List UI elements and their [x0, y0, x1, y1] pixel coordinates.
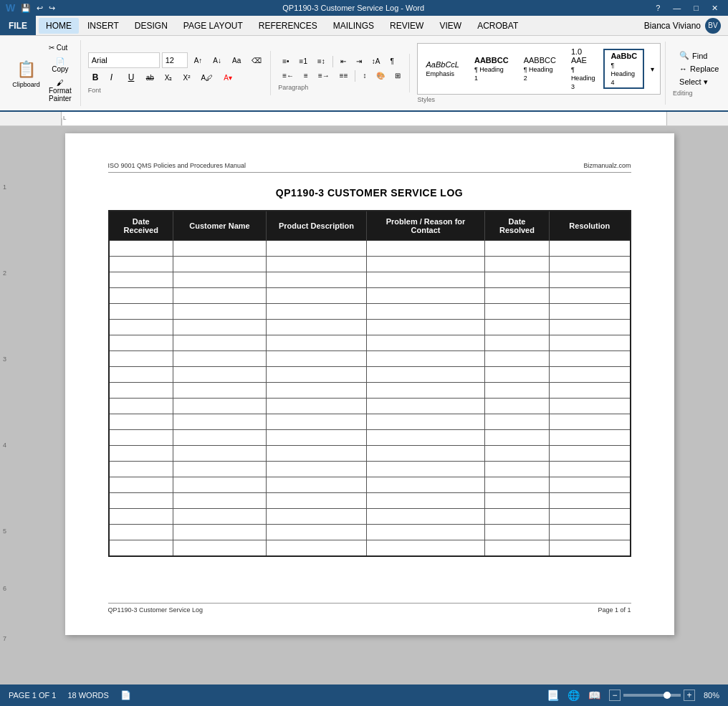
table-cell[interactable]	[367, 272, 485, 288]
text-highlight-button[interactable]: A🖊	[196, 72, 217, 84]
table-cell[interactable]	[367, 462, 485, 477]
style-heading2[interactable]: AABBCC¶ Heading 2	[517, 54, 562, 84]
table-cell[interactable]	[109, 304, 173, 320]
align-center-button[interactable]: ≡	[300, 70, 312, 82]
quick-access-save[interactable]: 💾	[21, 4, 31, 13]
borders-button[interactable]: ⊞	[391, 70, 405, 82]
increase-font-button[interactable]: A↑	[190, 54, 207, 67]
style-heading4[interactable]: AaBbC¶ Heading 4	[603, 49, 644, 89]
table-cell[interactable]	[109, 257, 173, 272]
table-cell[interactable]	[550, 383, 631, 399]
subscript-button[interactable]: X₂	[161, 72, 177, 84]
shading-button[interactable]: 🎨	[372, 70, 389, 82]
close-button[interactable]: ✕	[707, 4, 722, 13]
find-button[interactable]: 🔍 Find	[673, 49, 725, 62]
table-cell[interactable]	[267, 351, 367, 367]
replace-button[interactable]: ↔ Replace	[673, 63, 725, 75]
increase-indent-button[interactable]: ⇥	[352, 55, 366, 67]
zoom-out-button[interactable]: −	[609, 690, 621, 701]
layout-icon[interactable]: 📄	[120, 690, 131, 700]
menu-view[interactable]: VIEW	[432, 18, 469, 34]
sort-button[interactable]: ↕A	[368, 55, 385, 67]
table-cell[interactable]	[485, 540, 550, 556]
table-cell[interactable]	[485, 257, 550, 272]
table-cell[interactable]	[109, 241, 173, 257]
table-cell[interactable]	[267, 430, 367, 446]
clear-format-button[interactable]: ⌫	[247, 54, 266, 67]
table-cell[interactable]	[109, 430, 173, 446]
table-cell[interactable]	[173, 367, 267, 383]
table-cell[interactable]	[267, 367, 367, 383]
table-cell[interactable]	[485, 446, 550, 462]
table-cell[interactable]	[173, 272, 267, 288]
decrease-indent-button[interactable]: ⇤	[336, 55, 350, 67]
table-cell[interactable]	[485, 304, 550, 320]
table-cell[interactable]	[109, 509, 173, 525]
table-cell[interactable]	[367, 304, 485, 320]
styles-scroll-down[interactable]: ▾	[646, 63, 658, 75]
table-cell[interactable]	[109, 351, 173, 367]
table-cell[interactable]	[485, 335, 550, 351]
font-size-input[interactable]	[162, 52, 188, 68]
table-cell[interactable]	[367, 414, 485, 430]
table-cell[interactable]	[267, 462, 367, 477]
style-heading3[interactable]: 1.0 AAE¶ Heading 3	[565, 45, 602, 92]
bullets-button[interactable]: ≡•	[278, 55, 293, 67]
table-cell[interactable]	[485, 509, 550, 525]
table-cell[interactable]	[267, 304, 367, 320]
table-cell[interactable]	[485, 351, 550, 367]
table-cell[interactable]	[109, 399, 173, 414]
table-cell[interactable]	[367, 383, 485, 399]
table-cell[interactable]	[367, 509, 485, 525]
justify-button[interactable]: ≡≡	[335, 70, 353, 82]
table-cell[interactable]	[267, 414, 367, 430]
table-cell[interactable]	[367, 241, 485, 257]
table-cell[interactable]	[367, 493, 485, 509]
table-cell[interactable]	[485, 367, 550, 383]
table-cell[interactable]	[173, 509, 267, 525]
table-cell[interactable]	[267, 525, 367, 540]
superscript-button[interactable]: X²	[178, 72, 194, 84]
table-cell[interactable]	[109, 272, 173, 288]
quick-access-undo[interactable]: ↩	[37, 4, 43, 13]
table-cell[interactable]	[109, 493, 173, 509]
table-cell[interactable]	[550, 399, 631, 414]
table-cell[interactable]	[550, 540, 631, 556]
menu-home[interactable]: HOME	[39, 18, 79, 34]
table-cell[interactable]	[267, 540, 367, 556]
table-cell[interactable]	[109, 335, 173, 351]
table-cell[interactable]	[550, 304, 631, 320]
quick-access-redo[interactable]: ↪	[49, 4, 55, 13]
menu-design[interactable]: DESIGN	[128, 18, 175, 34]
style-heading1[interactable]: AABBCC¶ Heading 1	[468, 54, 515, 84]
table-cell[interactable]	[267, 446, 367, 462]
table-cell[interactable]	[485, 493, 550, 509]
select-button[interactable]: Select ▾	[673, 76, 725, 88]
align-left-button[interactable]: ≡←	[278, 70, 298, 82]
table-cell[interactable]	[109, 477, 173, 493]
table-cell[interactable]	[173, 540, 267, 556]
view-read-mode[interactable]: 📖	[588, 690, 600, 701]
table-cell[interactable]	[550, 272, 631, 288]
style-emphasis[interactable]: AaBbCcLEmphasis	[419, 58, 465, 80]
table-cell[interactable]	[173, 493, 267, 509]
table-cell[interactable]	[367, 367, 485, 383]
table-cell[interactable]	[367, 257, 485, 272]
table-cell[interactable]	[173, 288, 267, 304]
table-cell[interactable]	[173, 257, 267, 272]
cut-button[interactable]: ✂ Cut	[44, 42, 76, 54]
table-cell[interactable]	[109, 462, 173, 477]
table-cell[interactable]	[267, 383, 367, 399]
table-cell[interactable]	[109, 288, 173, 304]
table-cell[interactable]	[267, 241, 367, 257]
table-cell[interactable]	[109, 525, 173, 540]
table-cell[interactable]	[550, 477, 631, 493]
font-color-button[interactable]: A▾	[219, 72, 236, 84]
table-cell[interactable]	[173, 525, 267, 540]
table-cell[interactable]	[109, 414, 173, 430]
table-cell[interactable]	[485, 272, 550, 288]
table-cell[interactable]	[109, 383, 173, 399]
table-cell[interactable]	[550, 257, 631, 272]
font-name-input[interactable]	[88, 52, 160, 68]
table-cell[interactable]	[550, 351, 631, 367]
